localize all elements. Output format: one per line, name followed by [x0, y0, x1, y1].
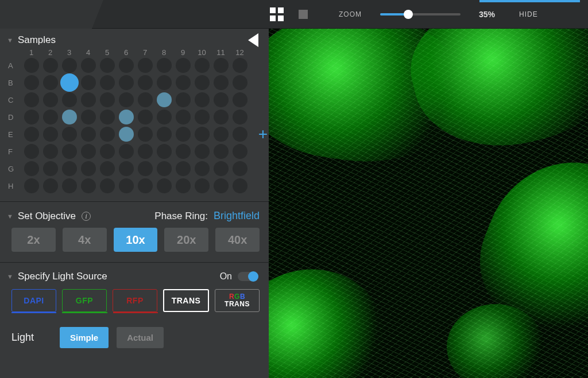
- well-B5[interactable]: [100, 75, 115, 90]
- well-B10[interactable]: [195, 75, 210, 90]
- well-H5[interactable]: [100, 178, 115, 193]
- light-mode-simple-button[interactable]: Simple: [60, 327, 109, 348]
- well-B12[interactable]: [233, 75, 247, 90]
- well-E3[interactable]: [62, 127, 77, 142]
- well-E12[interactable]: [233, 127, 247, 142]
- light-on-toggle[interactable]: [238, 272, 258, 281]
- well-E6[interactable]: [119, 127, 134, 142]
- collapse-sidebar-icon[interactable]: [248, 33, 258, 47]
- well-D10[interactable]: [195, 110, 210, 124]
- well-E8[interactable]: [157, 127, 172, 142]
- well-G4[interactable]: [81, 161, 96, 176]
- well-G9[interactable]: [176, 161, 191, 176]
- well-C4[interactable]: [81, 92, 96, 107]
- well-H8[interactable]: [157, 178, 172, 193]
- well-C10[interactable]: [195, 92, 210, 107]
- well-H4[interactable]: [81, 178, 96, 193]
- well-A10[interactable]: [195, 58, 210, 73]
- well-B1[interactable]: [24, 75, 39, 90]
- well-A9[interactable]: [176, 58, 191, 73]
- well-B6[interactable]: [119, 75, 134, 90]
- well-A11[interactable]: [214, 58, 229, 73]
- well-C9[interactable]: [176, 92, 191, 107]
- well-H11[interactable]: [214, 178, 229, 193]
- well-D3[interactable]: [62, 110, 77, 124]
- well-D8[interactable]: [157, 110, 172, 124]
- well-G12[interactable]: [233, 161, 247, 176]
- well-E5[interactable]: [100, 127, 115, 142]
- well-B8[interactable]: [157, 75, 172, 90]
- well-E9[interactable]: [176, 127, 191, 142]
- well-C3[interactable]: [62, 92, 77, 107]
- well-H3[interactable]: [62, 178, 77, 193]
- well-A4[interactable]: [81, 58, 96, 73]
- well-C6[interactable]: [119, 92, 134, 107]
- well-B3[interactable]: [60, 73, 79, 92]
- well-C11[interactable]: [214, 92, 229, 107]
- well-F1[interactable]: [24, 144, 39, 159]
- well-C1[interactable]: [24, 92, 39, 107]
- well-B2[interactable]: [43, 75, 58, 90]
- well-A8[interactable]: [157, 58, 172, 73]
- well-C2[interactable]: [43, 92, 58, 107]
- well-E7[interactable]: [138, 127, 153, 142]
- well-F10[interactable]: [195, 144, 210, 159]
- well-F11[interactable]: [214, 144, 229, 159]
- well-D7[interactable]: [138, 110, 153, 124]
- chevron-down-icon[interactable]: ▼: [7, 213, 13, 220]
- well-G10[interactable]: [195, 161, 210, 176]
- info-icon[interactable]: i: [82, 212, 91, 221]
- well-E1[interactable]: [24, 127, 39, 142]
- well-A6[interactable]: [119, 58, 134, 73]
- light-mode-actual-button[interactable]: Actual: [117, 327, 164, 348]
- well-H10[interactable]: [195, 178, 210, 193]
- well-E2[interactable]: [43, 127, 58, 142]
- well-A2[interactable]: [43, 58, 58, 73]
- well-A1[interactable]: [24, 58, 39, 73]
- well-D5[interactable]: [100, 110, 115, 124]
- view-single-button[interactable]: [295, 6, 311, 22]
- channel-rfp-button[interactable]: RFP: [113, 289, 157, 312]
- zoom-slider-thumb[interactable]: [404, 10, 413, 19]
- well-F7[interactable]: [138, 144, 153, 159]
- chevron-down-icon[interactable]: ▼: [7, 37, 13, 44]
- well-F4[interactable]: [81, 144, 96, 159]
- well-D9[interactable]: [176, 110, 191, 124]
- phase-ring-value[interactable]: Brightfield: [214, 210, 260, 222]
- channel-gfp-button[interactable]: GFP: [62, 289, 107, 312]
- well-G6[interactable]: [119, 161, 134, 176]
- well-A12[interactable]: [233, 58, 247, 73]
- view-grid-button[interactable]: [269, 6, 285, 22]
- well-E11[interactable]: [214, 127, 229, 142]
- objective-2x-button[interactable]: 2x: [11, 228, 56, 252]
- well-B7[interactable]: [138, 75, 153, 90]
- well-C8[interactable]: [157, 92, 172, 107]
- well-D6[interactable]: [119, 110, 134, 124]
- well-G3[interactable]: [62, 161, 77, 176]
- well-H6[interactable]: [119, 178, 134, 193]
- well-B4[interactable]: [81, 75, 96, 90]
- objective-40x-button[interactable]: 40x: [215, 228, 260, 252]
- well-D4[interactable]: [81, 110, 96, 124]
- well-C5[interactable]: [100, 92, 115, 107]
- well-D11[interactable]: [214, 110, 229, 124]
- objective-10x-button[interactable]: 10x: [114, 228, 158, 252]
- well-H12[interactable]: [233, 178, 247, 193]
- well-A5[interactable]: [100, 58, 115, 73]
- well-G1[interactable]: [24, 161, 39, 176]
- hide-button[interactable]: HIDE: [519, 10, 538, 18]
- well-G11[interactable]: [214, 161, 229, 176]
- objective-4x-button[interactable]: 4x: [63, 228, 107, 252]
- zoom-slider[interactable]: [380, 13, 461, 15]
- well-B9[interactable]: [176, 75, 191, 90]
- well-G2[interactable]: [43, 161, 58, 176]
- well-F2[interactable]: [43, 144, 58, 159]
- well-H1[interactable]: [24, 178, 39, 193]
- well-C12[interactable]: [233, 92, 247, 107]
- well-A3[interactable]: [62, 58, 77, 73]
- well-D12[interactable]: [233, 110, 247, 124]
- well-F5[interactable]: [100, 144, 115, 159]
- objective-20x-button[interactable]: 20x: [164, 228, 208, 252]
- chevron-down-icon[interactable]: ▼: [7, 273, 13, 280]
- well-F8[interactable]: [157, 144, 172, 159]
